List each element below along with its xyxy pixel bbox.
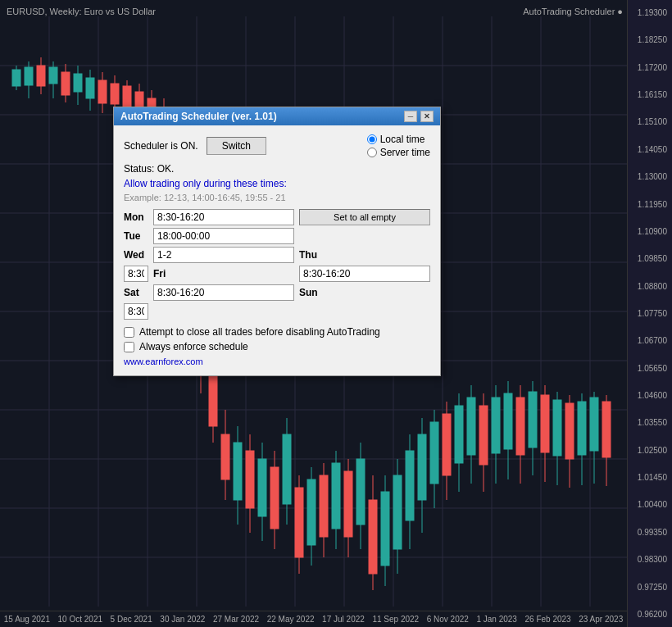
close-trades-checkbox-row: Attempt to close all trades before disab…	[124, 326, 430, 338]
svg-rect-36	[86, 78, 94, 98]
day-label-thu: Thu	[299, 249, 430, 261]
svg-rect-30	[49, 67, 57, 84]
svg-rect-76	[332, 463, 340, 529]
day-label-fri: Fri	[153, 268, 294, 279]
svg-rect-40	[111, 84, 119, 104]
svg-rect-112	[553, 400, 561, 456]
chart-title: EURUSD, Weekly: Euro vs US Dollar	[7, 7, 156, 16]
time-input-wed[interactable]	[153, 247, 294, 263]
minimize-button[interactable]: ─	[404, 111, 417, 122]
time-radio-group: Local time Server time	[367, 134, 430, 158]
svg-rect-84	[381, 492, 389, 566]
close-trades-checkbox[interactable]	[124, 327, 134, 338]
svg-rect-102	[492, 398, 500, 453]
svg-rect-88	[406, 451, 414, 520]
svg-rect-80	[356, 459, 365, 525]
svg-rect-42	[123, 86, 131, 109]
enforce-schedule-checkbox-row: Always enforce schedule	[124, 341, 430, 352]
svg-rect-104	[504, 393, 512, 449]
svg-rect-96	[455, 406, 463, 463]
svg-rect-28	[37, 66, 45, 86]
example-text: Example: 12-13, 14:00-16:45, 19:55 - 21	[124, 193, 430, 202]
time-input-mon[interactable]	[153, 209, 294, 225]
server-time-radio[interactable]	[367, 148, 377, 157]
day-label-sat: Sat	[124, 287, 148, 298]
server-time-radio-label[interactable]: Server time	[367, 147, 430, 158]
switch-button[interactable]: Switch	[207, 137, 266, 155]
dialog-controls: ─ ✕	[404, 111, 434, 122]
svg-rect-58	[221, 434, 229, 479]
time-input-fri[interactable]	[299, 266, 430, 282]
svg-rect-72	[307, 479, 316, 545]
svg-rect-82	[369, 500, 377, 574]
svg-rect-62	[246, 451, 254, 508]
svg-rect-116	[578, 402, 586, 455]
enforce-schedule-checkbox[interactable]	[124, 342, 134, 352]
svg-rect-118	[590, 398, 598, 451]
local-time-radio-label[interactable]: Local time	[367, 134, 430, 145]
svg-rect-98	[467, 398, 475, 455]
svg-rect-66	[270, 467, 279, 529]
dialog-titlebar: AutoTrading Scheduler (ver. 1.01) ─ ✕	[114, 107, 440, 125]
autotrading-scheduler-dialog: AutoTrading Scheduler (ver. 1.01) ─ ✕ Sc…	[113, 107, 441, 376]
svg-rect-100	[479, 406, 488, 465]
svg-rect-60	[234, 443, 242, 500]
svg-rect-86	[393, 475, 402, 549]
autotrading-label: AutoTrading Scheduler ●	[523, 7, 623, 16]
day-label-wed: Wed	[124, 249, 148, 261]
date-axis: 15 Aug 2021 10 Oct 2021 5 Dec 2021 30 Ja…	[0, 611, 627, 627]
svg-rect-38	[98, 80, 107, 103]
svg-rect-120	[602, 402, 611, 457]
allow-trading-text: Allow trading only during these times:	[124, 178, 430, 189]
dialog-body: Scheduler is ON. Switch Local time Serve…	[114, 125, 440, 375]
close-button[interactable]: ✕	[420, 111, 434, 122]
scheduler-status-row: Scheduler is ON. Switch Local time Serve…	[124, 134, 430, 158]
svg-rect-64	[258, 459, 266, 516]
svg-rect-94	[443, 414, 451, 475]
svg-rect-26	[25, 67, 33, 85]
time-input-tue[interactable]	[153, 228, 294, 244]
svg-rect-114	[565, 403, 574, 459]
svg-rect-110	[541, 395, 549, 452]
enforce-schedule-label: Always enforce schedule	[139, 341, 248, 352]
dialog-title: AutoTrading Scheduler (ver. 1.01)	[120, 111, 277, 122]
server-time-label: Server time	[380, 147, 430, 158]
close-trades-label: Attempt to close all trades before disab…	[139, 326, 380, 338]
scheduler-status-text: Scheduler is ON.	[124, 140, 198, 152]
day-label-tue: Tue	[124, 230, 148, 242]
local-time-radio[interactable]	[367, 134, 377, 144]
schedule-grid: Mon Set to all empty Tue Wed Thu Fri Sat…	[124, 209, 430, 320]
local-time-label: Local time	[380, 134, 425, 145]
svg-rect-90	[418, 434, 426, 500]
svg-rect-74	[320, 475, 328, 537]
set-all-empty-button[interactable]: Set to all empty	[299, 209, 430, 225]
time-input-sun[interactable]	[124, 303, 148, 320]
status-ok-text: Status: OK.	[124, 163, 430, 175]
svg-rect-78	[344, 471, 352, 537]
day-label-mon: Mon	[124, 211, 148, 223]
svg-rect-108	[529, 392, 537, 448]
svg-rect-92	[430, 422, 438, 484]
time-input-thu[interactable]	[124, 266, 148, 282]
svg-rect-70	[295, 488, 303, 557]
day-label-sun: Sun	[299, 287, 430, 298]
svg-rect-24	[12, 70, 20, 86]
svg-rect-106	[516, 398, 524, 455]
price-axis: 1.19300 1.18250 1.17200 1.16150 1.15100 …	[627, 0, 672, 627]
svg-rect-68	[283, 434, 291, 504]
time-input-sat[interactable]	[153, 284, 294, 301]
svg-rect-32	[61, 72, 70, 95]
svg-rect-34	[74, 74, 82, 92]
earnforex-link[interactable]: www.earnforex.com	[124, 357, 203, 366]
